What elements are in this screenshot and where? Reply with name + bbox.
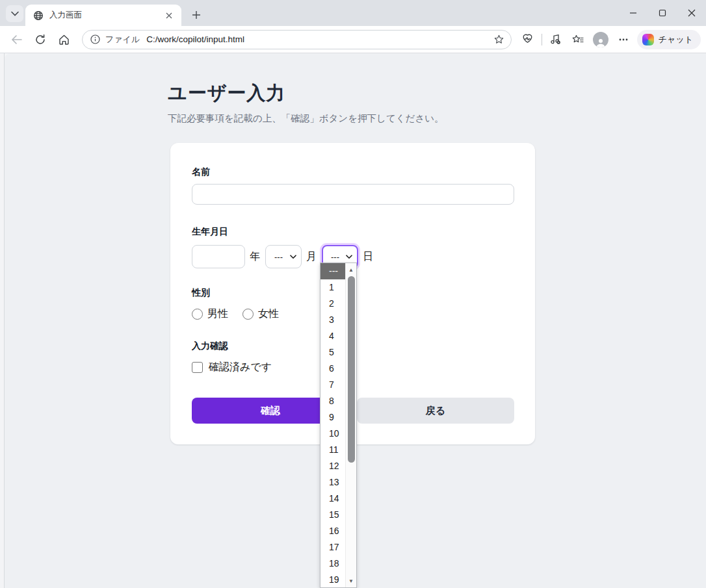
dropdown-option-10[interactable]: 10 [320, 426, 345, 442]
window-frame-strip [0, 53, 5, 588]
dropdown-option-6[interactable]: 6 [320, 361, 345, 377]
radio-male[interactable] [192, 309, 203, 320]
chevron-down-icon [290, 255, 296, 259]
confirm-checkbox-label: 確認済みです [209, 361, 272, 374]
chevron-down-icon [11, 11, 19, 16]
copilot-label: チャット [659, 34, 693, 45]
browser-tab[interactable]: 入力画面 [25, 5, 181, 26]
globe-icon [33, 10, 44, 21]
copilot-icon [642, 34, 654, 45]
radio-female-label: 女性 [258, 307, 279, 321]
page-subtitle: 下記必要事項を記載の上、「確認」ボタンを押下してください。 [168, 112, 706, 125]
dropdown-option-4[interactable]: 4 [320, 328, 345, 344]
day-dropdown-options: ---12345678910111213141516171819 [320, 263, 345, 587]
dropdown-option-7[interactable]: 7 [320, 377, 345, 393]
dropdown-option-19[interactable]: 19 [320, 572, 345, 587]
back-form-button[interactable]: 戻る [357, 398, 514, 424]
dropdown-option-15[interactable]: 15 [320, 507, 345, 523]
maximize-button[interactable] [647, 0, 677, 26]
month-unit-label: 月 [306, 250, 317, 264]
more-options-icon[interactable] [614, 31, 633, 49]
browser-toolbar: ファイル C:/work/copilot/input.html チャット [0, 26, 706, 53]
window-controls [618, 0, 706, 26]
scrollbar-thumb[interactable] [348, 276, 355, 463]
scrollbar-down-arrow[interactable]: ▼ [346, 576, 356, 586]
url-text[interactable]: C:/work/copilot/input.html [146, 34, 491, 44]
day-unit-label: 日 [363, 250, 373, 264]
radio-female[interactable] [242, 309, 254, 320]
favorite-star-icon[interactable] [491, 32, 507, 47]
dropdown-option-17[interactable]: 17 [320, 539, 345, 556]
tab-title: 入力画面 [49, 10, 163, 21]
month-select[interactable]: --- [265, 245, 302, 268]
url-scheme-label: ファイル [105, 34, 140, 45]
toolbar-divider [542, 34, 542, 45]
favorites-icon[interactable] [569, 31, 587, 49]
home-button[interactable] [53, 29, 74, 50]
dropdown-option----[interactable]: --- [320, 263, 345, 279]
dropdown-option-11[interactable]: 11 [320, 442, 345, 458]
browser-essentials-icon[interactable] [519, 31, 537, 49]
profile-avatar[interactable] [593, 32, 608, 47]
day-select-dropdown: ---12345678910111213141516171819 ▲ ▼ [320, 262, 357, 588]
dropdown-option-13[interactable]: 13 [320, 474, 345, 491]
name-input[interactable] [192, 184, 514, 205]
dropdown-option-12[interactable]: 12 [320, 458, 345, 474]
day-select-value: --- [331, 252, 339, 262]
media-controls-icon[interactable] [547, 31, 565, 49]
minimize-button[interactable] [618, 0, 647, 26]
dropdown-option-18[interactable]: 18 [320, 556, 345, 572]
radio-option-female[interactable]: 女性 [242, 307, 279, 321]
new-tab-button[interactable] [188, 6, 205, 23]
dropdown-option-16[interactable]: 16 [320, 523, 345, 539]
dropdown-option-8[interactable]: 8 [320, 393, 345, 409]
name-label: 名前 [192, 166, 514, 178]
copilot-chat-button[interactable]: チャット [637, 30, 701, 49]
dropdown-option-14[interactable]: 14 [320, 491, 345, 507]
back-button[interactable] [7, 29, 27, 50]
dropdown-option-5[interactable]: 5 [320, 344, 345, 361]
confirm-checkbox[interactable] [192, 362, 203, 373]
close-window-button[interactable] [677, 0, 706, 26]
scrollbar-up-arrow[interactable]: ▲ [346, 264, 356, 275]
address-bar[interactable]: ファイル C:/work/copilot/input.html [82, 30, 512, 49]
info-icon[interactable] [90, 34, 100, 44]
refresh-button[interactable] [30, 29, 51, 50]
radio-option-male[interactable]: 男性 [192, 307, 228, 321]
dropdown-option-3[interactable]: 3 [320, 312, 345, 328]
birthdate-label: 生年月日 [192, 226, 514, 238]
dropdown-option-1[interactable]: 1 [320, 279, 345, 296]
dropdown-scrollbar[interactable]: ▲ ▼ [345, 263, 356, 587]
page-title: ユーザー入力 [168, 81, 706, 107]
month-select-value: --- [274, 252, 283, 262]
chevron-down-icon [346, 255, 352, 259]
radio-male-label: 男性 [207, 307, 228, 321]
dropdown-option-9[interactable]: 9 [320, 409, 345, 426]
browser-tab-bar: 入力画面 [0, 0, 706, 26]
dropdown-option-2[interactable]: 2 [320, 296, 345, 312]
tab-close-icon[interactable] [163, 10, 175, 21]
year-input[interactable] [192, 245, 245, 268]
tab-search-button[interactable] [6, 5, 23, 22]
year-unit-label: 年 [250, 250, 260, 264]
